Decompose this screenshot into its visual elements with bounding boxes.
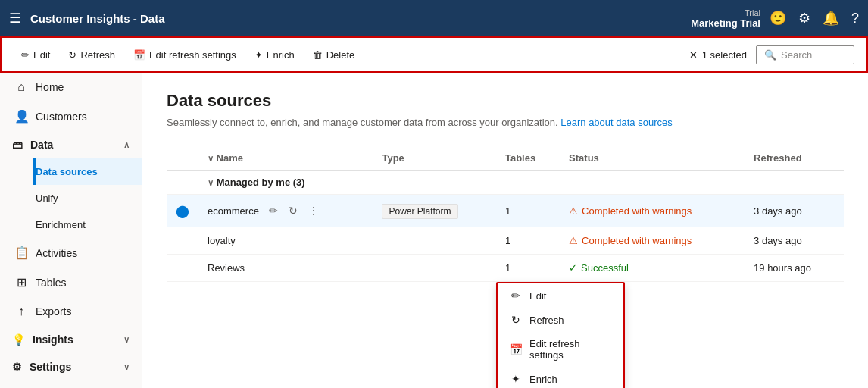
sidebar-unify-label: Unify (36, 192, 58, 204)
sidebar-item-unify[interactable]: Unify (33, 185, 142, 211)
row-checkbox[interactable]: ⬤ (167, 195, 198, 227)
refresh-button[interactable]: ↻ Refresh (61, 45, 123, 64)
edit-button[interactable]: ✏ Edit (14, 45, 58, 64)
action-bar-left: ✏ Edit ↻ Refresh 📅 Edit refresh settings… (14, 45, 686, 64)
search-placeholder: Search (781, 49, 812, 61)
group-chevron-icon[interactable]: ∨ (208, 178, 214, 187)
context-enrich-icon: ✦ (510, 373, 522, 385)
close-selected-icon[interactable]: ✕ (689, 49, 698, 61)
col-name-chevron: ∨ (208, 154, 214, 163)
bell-icon[interactable]: 🔔 (823, 10, 839, 27)
row-status: ⚠ Completed with warnings (560, 195, 745, 227)
table-row[interactable]: loyalty 1 ⚠ Completed with warnings 3 da… (167, 227, 844, 255)
exports-icon: ↑ (14, 305, 28, 318)
sidebar-customers-label: Customers (36, 111, 87, 123)
sidebar-tables-label: Tables (36, 277, 66, 289)
sidebar-item-tables[interactable]: ⊞ Tables (0, 268, 142, 297)
sidebar-item-activities[interactable]: 📋 Activities (0, 238, 142, 268)
context-refresh-icon: ↻ (510, 314, 522, 326)
app-title: Customer Insights - Data (30, 12, 682, 25)
row-actions: ✏ ↻ ⋮ (265, 202, 323, 219)
selected-info: ✕ 1 selected (689, 49, 747, 61)
sidebar-settings-section[interactable]: ⚙ Settings ∨ (0, 353, 142, 380)
row-more-button[interactable]: ⋮ (304, 202, 323, 219)
col-tables: Tables (496, 146, 560, 171)
row-checkbox[interactable] (167, 227, 198, 255)
enrich-icon: ✦ (254, 49, 263, 61)
enrich-label: Enrich (267, 49, 295, 61)
context-menu-item-edit[interactable]: ✏ Edit (498, 283, 623, 308)
row-checkbox[interactable] (167, 255, 198, 282)
ecommerce-name: ecommerce (208, 205, 259, 217)
hamburger-icon[interactable]: ☰ (9, 10, 21, 27)
user-icon[interactable]: 🙂 (770, 10, 786, 27)
table-row[interactable]: ⬤ ecommerce ✏ ↻ ⋮ Power Pl (167, 195, 844, 227)
row-refreshed: 3 days ago (745, 227, 844, 255)
settings-icon[interactable]: ⚙ (798, 10, 810, 27)
context-menu-item-refresh[interactable]: ↻ Refresh (498, 308, 623, 332)
row-tables: 1 (496, 255, 560, 282)
row-name: ecommerce ✏ ↻ ⋮ (198, 195, 373, 227)
search-icon: 🔍 (764, 49, 776, 61)
group-label: ∨ Managed by me (3) (198, 171, 844, 195)
row-name: loyalty (198, 227, 373, 255)
row-status: ⚠ Completed with warnings (560, 227, 745, 255)
page-description: Seamlessly connect to, enrich, and manag… (167, 117, 844, 128)
row-refresh-button[interactable]: ↻ (285, 202, 301, 219)
success-icon: ✓ (569, 262, 577, 274)
context-menu: ✏ Edit ↻ Refresh 📅 Edit refresh settings… (496, 282, 625, 388)
col-name: ∨ Name (198, 146, 373, 171)
top-nav: ☰ Customer Insights - Data Trial Marketi… (0, 0, 868, 36)
page-desc-text: Seamlessly connect to, enrich, and manag… (167, 117, 558, 128)
sidebar-item-exports[interactable]: ↑ Exports (0, 297, 142, 326)
delete-button[interactable]: 🗑 Delete (305, 45, 363, 64)
check-circle-icon: ⬤ (176, 205, 189, 217)
selected-count: 1 selected (702, 49, 747, 61)
table-row[interactable]: Reviews 1 ✓ Successful 19 hours ago (167, 255, 844, 282)
group-header-managed: ∨ Managed by me (3) (167, 171, 844, 195)
main-layout: ⌂ Home 👤 Customers 🗃 Data ∧ Data sources… (0, 73, 868, 388)
context-edit-refresh-icon: 📅 (510, 343, 522, 355)
col-status: Status (560, 146, 745, 171)
sidebar-settings-label: Settings (30, 361, 71, 373)
trial-org: Marketing Trial (691, 17, 760, 29)
enrich-button[interactable]: ✦ Enrich (247, 45, 302, 64)
sidebar-item-customers[interactable]: 👤 Customers (0, 102, 142, 131)
sidebar-item-enrichment[interactable]: Enrichment (33, 211, 142, 238)
col-refreshed: Refreshed (745, 146, 844, 171)
row-type (373, 255, 495, 282)
refresh-icon: ↻ (68, 49, 76, 61)
insights-icon: 💡 (12, 333, 25, 346)
trial-badge: Trial Marketing Trial (691, 8, 760, 29)
row-edit-button[interactable]: ✏ (265, 202, 282, 219)
learn-more-link[interactable]: Learn about data sources (560, 117, 672, 128)
sidebar-activities-label: Activities (36, 247, 77, 259)
row-type: Power Platform (373, 195, 495, 227)
sidebar-insights-section[interactable]: 💡 Insights ∨ (0, 326, 142, 353)
row-tables: 1 (496, 195, 560, 227)
context-menu-item-enrich[interactable]: ✦ Enrich (498, 367, 623, 388)
context-edit-icon: ✏ (510, 289, 522, 302)
row-type (373, 227, 495, 255)
sidebar-data-sources-label: Data sources (36, 166, 98, 177)
context-menu-item-edit-refresh[interactable]: 📅 Edit refresh settings (498, 332, 623, 367)
edit-refresh-button[interactable]: 📅 Edit refresh settings (126, 45, 244, 64)
context-enrich-label: Enrich (529, 374, 557, 385)
home-icon: ⌂ (14, 80, 28, 94)
page-title: Data sources (167, 91, 844, 111)
status-warning: ⚠ Completed with warnings (569, 235, 735, 246)
help-icon[interactable]: ? (851, 11, 859, 27)
action-bar-right: ✕ 1 selected 🔍 Search (689, 45, 854, 64)
delete-icon: 🗑 (313, 49, 323, 61)
sidebar-data-section[interactable]: 🗃 Data ∧ (0, 131, 142, 158)
edit-icon: ✏ (21, 49, 30, 61)
sidebar-enrichment-label: Enrichment (36, 219, 86, 230)
edit-label: Edit (33, 49, 50, 61)
sidebar-item-home[interactable]: ⌂ Home (0, 73, 142, 102)
data-icon: 🗃 (12, 139, 23, 151)
sidebar-item-data-sources[interactable]: Data sources (33, 158, 142, 185)
trial-label: Trial (745, 8, 760, 17)
delete-label: Delete (326, 49, 355, 61)
content-area: Data sources Seamlessly connect to, enri… (142, 73, 868, 388)
search-box[interactable]: 🔍 Search (756, 45, 854, 64)
